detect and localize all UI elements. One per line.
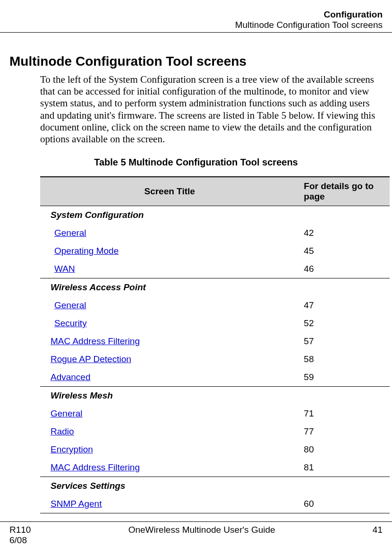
th-screen-title: Screen Title [40, 177, 299, 206]
page-number: 58 [299, 350, 390, 368]
page-number: 77 [299, 423, 390, 441]
screen-link[interactable]: General [54, 228, 86, 238]
screen-link[interactable]: MAC Address Filtering [51, 462, 140, 472]
page-number: 81 [299, 459, 390, 477]
screen-link[interactable]: Operating Mode [54, 246, 119, 256]
category-label: Wireless Access Point [40, 278, 390, 297]
page-number: 57 [299, 332, 390, 350]
category-label: System Configuration [40, 206, 390, 225]
screen-link[interactable]: General [51, 408, 83, 418]
screen-link[interactable]: Security [54, 318, 87, 328]
footer-date: 6/08 [9, 535, 27, 545]
page-footer: R110 6/08 OneWireless Multinode User's G… [0, 521, 392, 546]
screen-link[interactable]: Advanced [51, 372, 91, 382]
running-header: Configuration Multinode Configuration To… [0, 9, 392, 33]
page-number: 42 [299, 224, 390, 242]
running-header-title: Configuration [9, 9, 383, 20]
page-number: 52 [299, 314, 390, 332]
running-header-subtitle: Multinode Configuration Tool screens [9, 20, 383, 30]
page-content: Multinode Configuration Tool screens To … [0, 54, 392, 513]
screen-link[interactable]: General [54, 300, 86, 310]
page-number: 59 [299, 368, 390, 387]
footer-center: OneWireless Multinode User's Guide [31, 525, 372, 546]
screen-link[interactable]: WAN [54, 264, 75, 274]
footer-revision: R110 [9, 525, 31, 535]
category-label: Wireless Mesh [40, 387, 390, 405]
page-number: 71 [299, 405, 390, 423]
page-number: 46 [299, 260, 390, 278]
page-number: 47 [299, 296, 390, 314]
screen-link[interactable]: SNMP Agent [51, 499, 102, 509]
screen-link[interactable]: MAC Address Filtering [51, 336, 140, 346]
page-number: 60 [299, 495, 390, 513]
footer-page-number: 41 [373, 525, 383, 546]
th-page: For details go to page [299, 177, 390, 206]
page-number: 45 [299, 242, 390, 260]
category-label: Services Settings [40, 477, 390, 495]
screen-link[interactable]: Radio [51, 426, 74, 436]
screens-table: Screen Title For details go to page Syst… [40, 176, 390, 513]
footer-left: R110 6/08 [9, 525, 31, 546]
page-number: 80 [299, 441, 390, 459]
screen-link[interactable]: Encryption [51, 444, 93, 454]
screen-link[interactable]: Rogue AP Detection [51, 354, 131, 364]
document-page: Configuration Multinode Configuration To… [0, 0, 392, 555]
section-heading: Multinode Configuration Tool screens [9, 54, 383, 69]
intro-paragraph: To the left of the System Configuration … [40, 74, 383, 145]
table-caption: Table 5 Multinode Configuration Tool scr… [9, 157, 383, 168]
